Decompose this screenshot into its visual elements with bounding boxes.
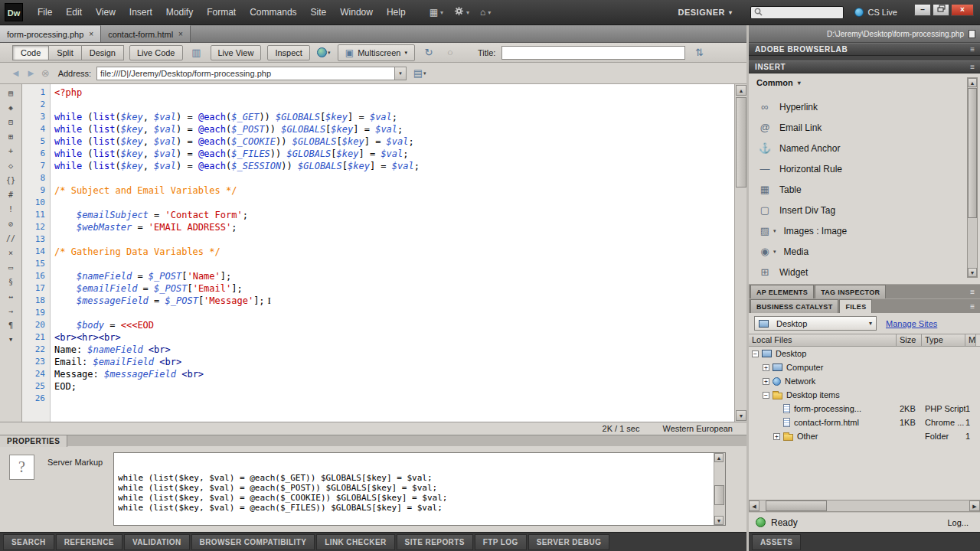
panel-tab-ap-elements[interactable]: AP ELEMENTS (750, 285, 814, 298)
code-navigator-icon[interactable]: ◈ (3, 101, 18, 113)
scroll-up-icon[interactable]: ▲ (968, 78, 977, 87)
code-area[interactable]: <?phpwhile (list($key, $val) = @each($_G… (51, 86, 734, 422)
validate-icon[interactable]: ○ (443, 46, 458, 60)
code-line[interactable] (54, 307, 734, 319)
insert-item-widget[interactable]: ⊞Widget (749, 262, 965, 282)
scroll-down-icon[interactable]: ▼ (736, 410, 746, 421)
view-options-button[interactable]: ▤ ▾ (412, 67, 427, 80)
menu-commands[interactable]: Commands (243, 0, 303, 25)
expand-all-icon[interactable]: + (3, 145, 18, 157)
workspace-switcher[interactable]: DESIGNER ▾ (670, 8, 740, 17)
file-tree-row-desktop[interactable]: −Desktop (749, 347, 980, 360)
code-line[interactable]: while (list($key, $val) = @each($_POST))… (54, 123, 734, 135)
restore-button[interactable] (933, 4, 949, 16)
collapse-full-tag-icon[interactable]: ⊟ (3, 116, 18, 128)
tree-expander-icon[interactable]: − (752, 350, 759, 357)
menu-insert[interactable]: Insert (122, 0, 159, 25)
menu-modify[interactable]: Modify (159, 0, 200, 25)
app-logo[interactable]: Dw (5, 3, 23, 21)
code-compare-icon[interactable]: ▥ (189, 46, 204, 60)
doc-tab-contact-form-html[interactable]: contact-form.html× (101, 25, 191, 42)
bottom-tab-site-reports[interactable]: SITE REPORTS (397, 534, 473, 550)
insert-item-named-anchor[interactable]: ⚓Named Anchor (749, 138, 965, 158)
inspect-button[interactable]: Inspect (267, 45, 309, 60)
properties-tab[interactable]: PROPERTIES (0, 435, 67, 447)
code-line[interactable] (54, 172, 734, 184)
tree-expander-icon[interactable]: + (763, 364, 769, 371)
format-source-icon[interactable]: ¶ (3, 319, 18, 331)
design-view-button[interactable]: Design (81, 45, 124, 60)
file-tree-row-desktop-items[interactable]: −Desktop items (749, 388, 980, 402)
bottom-tab-search[interactable]: SEARCH (3, 534, 54, 550)
code-line[interactable]: <?php (54, 86, 734, 99)
file-management-icon[interactable]: ⇅ (691, 46, 707, 60)
code-line[interactable]: while (list($key, $val) = @each($_COOKIE… (54, 135, 734, 148)
apply-comment-icon[interactable]: // (3, 232, 18, 244)
files-h-scrollbar[interactable]: ◀ ▶ (749, 500, 980, 512)
code-line[interactable]: $body = <<<EOD (54, 319, 734, 331)
editor-scrollbar[interactable]: ▲ ▼ (734, 84, 746, 422)
recent-snippets-icon[interactable]: § (3, 276, 18, 288)
tree-expander-icon[interactable]: − (763, 392, 769, 399)
browserlab-panel-header[interactable]: ADOBE BROWSERLAB ≡ (749, 43, 980, 56)
scroll-down-icon[interactable]: ▼ (968, 268, 977, 277)
refresh-icon[interactable]: ↻ (421, 46, 436, 60)
address-input[interactable] (97, 69, 394, 78)
tree-expander-icon[interactable]: + (773, 433, 780, 440)
code-line[interactable]: while (list($key, $val) = @each($_FILES)… (54, 148, 734, 160)
bottom-tab-ftp-log[interactable]: FTP LOG (475, 534, 527, 550)
menu-site[interactable]: Site (304, 0, 334, 25)
insert-item-media[interactable]: ◉▾Media (749, 241, 965, 262)
more-tools-icon[interactable]: ▼ (3, 334, 18, 346)
code-line[interactable]: Message: $messageField <br> (54, 368, 734, 380)
bottom-tab-browser-compatibility[interactable]: BROWSER COMPATIBILITY (191, 534, 315, 550)
close-button[interactable]: × (951, 4, 974, 16)
menu-help[interactable]: Help (380, 0, 413, 25)
panel-menu-icon[interactable]: ≡ (970, 63, 980, 71)
help-icon[interactable]: ? (9, 455, 34, 480)
insert-scrollbar[interactable]: ▲ ▼ (967, 77, 978, 278)
scrollbar-track[interactable] (760, 500, 969, 511)
bottom-tab-validation[interactable]: VALIDATION (124, 534, 190, 550)
multiscreen-button[interactable]: ▣ Multiscreen ▾ (338, 44, 415, 61)
stop-icon[interactable]: ⊗ (41, 67, 50, 79)
scrollbar-thumb[interactable] (736, 97, 746, 187)
insert-item-email-link[interactable]: @Email Link (749, 117, 965, 138)
code-line[interactable]: while (list($key, $val) = @each($_GET)) … (54, 111, 734, 123)
code-line[interactable]: $webMaster = 'EMAIL ADDRESS'; (54, 221, 734, 233)
insert-item-images-image[interactable]: ▨▾Images : Image (749, 220, 965, 241)
panel-tab-tag-inspector[interactable]: TAG INSPECTOR (815, 285, 886, 298)
code-line[interactable]: $messageField = $_POST['Message'];I (54, 295, 734, 307)
move-css-icon[interactable]: ↔ (3, 290, 18, 302)
forward-button[interactable]: ► (26, 67, 36, 79)
code-line[interactable]: Email: $emailField <br> (54, 356, 734, 368)
markup-preview-box[interactable]: while (list($key, $val) = @each($_GET)) … (113, 452, 726, 526)
code-line[interactable] (54, 233, 734, 246)
cs-live-button[interactable]: CS Live (854, 8, 897, 17)
code-line[interactable]: <br><hr><br> (54, 331, 734, 344)
manage-sites-link[interactable]: Manage Sites (886, 319, 937, 328)
insert-item-insert-div-tag[interactable]: ▢Insert Div Tag (749, 200, 965, 220)
files-column-local-files[interactable]: Local Files (749, 334, 897, 346)
close-tab-icon[interactable]: × (178, 30, 183, 38)
code-line[interactable]: $emailField = $_POST['Email']; (54, 282, 734, 295)
panel-tab-business-catalyst[interactable]: BUSINESS CATALYST (750, 299, 838, 313)
collapse-selection-icon[interactable]: ⊞ (3, 130, 18, 142)
file-tree-row-other[interactable]: +OtherFolder1 (749, 429, 980, 443)
layout-switcher-button[interactable]: ▦ ▾ (430, 7, 443, 18)
file-tree-row-computer[interactable]: +Computer (749, 360, 980, 374)
scroll-up-icon[interactable]: ▲ (736, 85, 746, 96)
menu-window[interactable]: Window (333, 0, 380, 25)
minimize-button[interactable]: – (914, 4, 931, 16)
menu-format[interactable]: Format (200, 0, 243, 25)
menu-edit[interactable]: Edit (59, 0, 89, 25)
code-line[interactable]: $emailSubject = 'Contact Form'; (54, 209, 734, 221)
code-line[interactable] (54, 393, 734, 405)
select-parent-tag-icon[interactable]: ◇ (3, 159, 18, 171)
bottom-tab-link-checker[interactable]: LINK CHECKER (316, 534, 394, 550)
site-setup-button[interactable]: ⌂ ▾ (480, 7, 491, 18)
scroll-left-icon[interactable]: ◀ (749, 500, 760, 511)
preview-scrollbar[interactable]: ▲ ▼ (714, 453, 725, 525)
code-view-button[interactable]: Code (12, 45, 49, 60)
file-tree-row-network[interactable]: +Network (749, 374, 980, 388)
